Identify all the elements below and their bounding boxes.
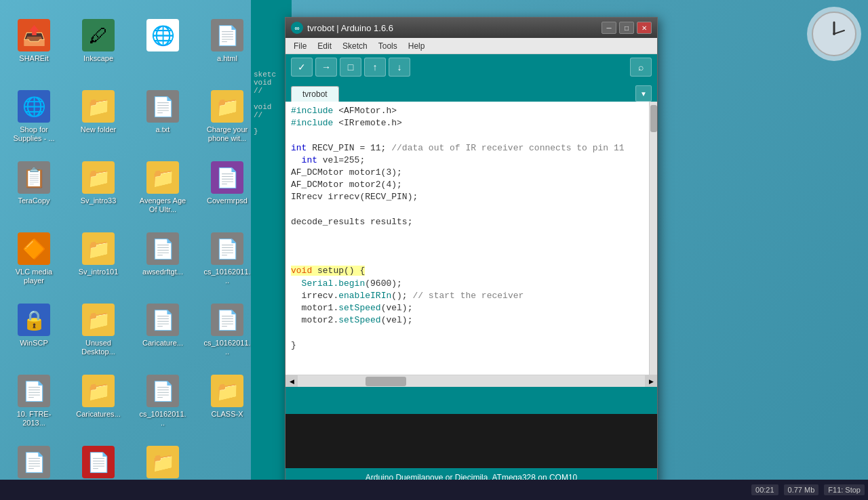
menu-help[interactable]: Help [403, 40, 431, 52]
verify-button[interactable]: ✓ [291, 58, 313, 77]
window-title: tvrobot | Arduino 1.6.6 [307, 23, 393, 33]
winscp-label: WinSCP [20, 339, 48, 348]
editor-area[interactable]: #include <AFMotor.h> #include <IRremote.… [285, 102, 657, 375]
icon-ahtml[interactable]: 📄 a.html [200, 14, 254, 81]
sv_intro101-icon: 📁 [82, 232, 115, 265]
vertical-scrollbar[interactable] [649, 102, 657, 375]
vertical-scrollbar-thumb[interactable] [650, 105, 657, 132]
icon-atxt[interactable]: 📄 a.txt [136, 85, 190, 152]
chrome-icon: 🌐 [146, 19, 179, 51]
teracopy-icon: 📋 [18, 161, 50, 194]
icon-newfolder[interactable]: 📁 New folder [71, 85, 125, 152]
maximize-button[interactable]: □ [619, 22, 634, 34]
classx-icon: 📁 [211, 375, 243, 407]
icon-awsedrftgt[interactable]: 📄 awsedrftgt... [136, 227, 190, 295]
inkscape-label: Inkscape [83, 54, 113, 63]
close-button[interactable]: ✕ [637, 22, 652, 34]
shop-icon: 🌐 [18, 90, 50, 123]
teracopy-label: TeraCopy [18, 196, 50, 205]
icon-unuseddesktop[interactable]: 📁 Unused Desktop... [71, 298, 125, 366]
icon-sv_intro101[interactable]: 📁 Sv_intro101 [71, 227, 125, 295]
taskbar-right: 00:21 0.77 Mb F11: Stop [751, 484, 865, 495]
window-controls: ─ □ ✕ [601, 22, 652, 34]
avengers-icon: 📁 [146, 161, 179, 194]
icon-cs10162013[interactable]: 📄 cs_10162011... [136, 369, 190, 437]
menu-file[interactable]: File [288, 40, 312, 52]
ftre2013a-label: 10. FTRE-2013... [9, 410, 58, 428]
caricature2-icon: 📄 [18, 446, 50, 478]
icon-classx[interactable]: 📁 CLASS-X [200, 369, 254, 437]
caricature1-label: Caricature... [142, 339, 183, 348]
horizontal-scrollbar[interactable]: ◀ ▶ [285, 375, 657, 387]
icon-cs10162012[interactable]: 📄 cs_10162011... [200, 298, 254, 366]
sv_intro101-label: Sv_intro101 [79, 268, 119, 276]
scroll-left-button[interactable]: ◀ [285, 375, 298, 388]
icon-inkscape[interactable]: 🖊 Inkscape [71, 14, 125, 81]
winscp-icon: 🔒 [18, 304, 50, 336]
sv_intro33-label: Sv_intro33 [81, 196, 117, 205]
icon-shareit[interactable]: 📤 SHAREit [7, 14, 61, 81]
ftre2013a-icon: 📄 [18, 375, 50, 407]
new-button[interactable]: □ [340, 58, 361, 77]
clock-widget [807, 7, 861, 61]
menu-tools[interactable]: Tools [373, 40, 403, 52]
search-button[interactable]: ⌕ [630, 58, 652, 77]
arduino-logo: ∞ [291, 22, 303, 34]
icon-chrome[interactable]: 🌐 [136, 14, 190, 81]
desktop: 📤 SHAREit 🖊 Inkscape 🌐 📄 a.html 📁 Charge… [0, 0, 868, 500]
atxt-icon: 📄 [146, 90, 179, 123]
shareit-icon: 📤 [18, 19, 50, 51]
icon-cs10162011a[interactable]: 📄 cs_10162011... [200, 227, 254, 295]
horizontal-scrollbar-track[interactable] [298, 376, 645, 387]
title-left: ∞ tvrobot | Arduino 1.6.6 [291, 22, 393, 34]
newfolder-label: New folder [81, 125, 117, 134]
icon-sv_intro33[interactable]: 📁 Sv_intro33 [71, 156, 125, 224]
tab-bar: tvrobot ▼ [285, 80, 657, 102]
icon-charge2[interactable]: 📁 Charge your phone wit... [200, 85, 254, 152]
icon-avengers[interactable]: 📁 Avengers Age Of Ultr... [136, 156, 190, 224]
arduino-window: ∞ tvrobot | Arduino 1.6.6 ─ □ ✕ File Edi… [285, 17, 658, 488]
icon-vlc[interactable]: 🔶 VLC media player [7, 227, 61, 295]
menu-edit[interactable]: Edit [312, 40, 337, 52]
atxt-label: a.txt [156, 125, 170, 134]
unuseddesktop-icon: 📁 [82, 304, 115, 336]
icon-winscp[interactable]: 🔒 WinSCP [7, 298, 61, 366]
output-area [285, 414, 657, 468]
icon-ftre2013a[interactable]: 📄 10. FTRE-2013... [7, 369, 61, 437]
upload-button[interactable]: → [315, 58, 337, 77]
menu-sketch[interactable]: Sketch [337, 40, 373, 52]
icon-covermrpsd[interactable]: 📄 Covermrpsd [200, 156, 254, 224]
cs10162012-icon: 📄 [211, 304, 243, 336]
icon-shop[interactable]: 🌐 Shop for Supplies - ... [7, 85, 61, 152]
sketch-tab-tvrobot[interactable]: tvrobot [291, 86, 339, 102]
icon-caricature1[interactable]: 📄 Caricature... [136, 298, 190, 366]
cs10162013-icon: 📄 [146, 375, 179, 407]
charge2-icon: 📁 [211, 90, 243, 123]
open-button[interactable]: ↑ [364, 58, 386, 77]
cs10162011a-icon: 📄 [211, 232, 243, 265]
save-button[interactable]: ↓ [389, 58, 410, 77]
awsedrftgt-icon: 📄 [146, 232, 179, 265]
avengers-label: Avengers Age Of Ultr... [138, 196, 187, 214]
awsedrftgt-label: awsedrftgt... [142, 268, 183, 276]
vlc-icon: 🔶 [18, 232, 50, 265]
window-titlebar: ∞ tvrobot | Arduino 1.6.6 ─ □ ✕ [285, 18, 657, 38]
horizontal-scrollbar-thumb[interactable] [366, 377, 406, 386]
shop-label: Shop for Supplies - ... [9, 125, 58, 143]
tab-name: tvrobot [302, 89, 328, 99]
taskbar-time: 00:21 [751, 484, 778, 495]
icon-caricatures[interactable]: 📁 Caricatures... [71, 369, 125, 437]
minimize-button[interactable]: ─ [601, 22, 616, 34]
ahtml-icon: 📄 [211, 19, 243, 51]
cs10162011a-label: cs_10162011... [203, 268, 252, 285]
console-area [285, 387, 657, 414]
cs10162012-label: cs_10162011... [203, 339, 252, 356]
code-editor[interactable]: #include <AFMotor.h> #include <IRremote.… [285, 102, 649, 375]
ahtml-label: a.html [217, 54, 237, 63]
cs10162013-label: cs_10162011... [138, 410, 187, 428]
icon-teracopy[interactable]: 📋 TeraCopy [7, 156, 61, 224]
classx-label: CLASS-X [211, 410, 243, 419]
tab-dropdown-button[interactable]: ▼ [635, 85, 652, 102]
window-menubar: File Edit Sketch Tools Help [285, 38, 657, 54]
scroll-right-button[interactable]: ▶ [645, 375, 657, 388]
